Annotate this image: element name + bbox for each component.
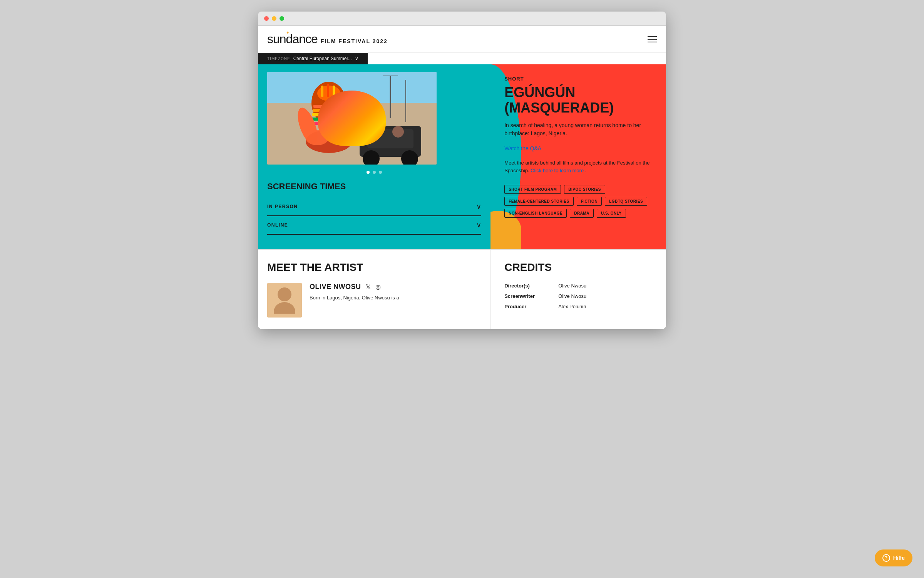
- online-arrow-icon: ∨: [476, 221, 481, 229]
- credits-value-screenwriter: Olive Nwosu: [558, 293, 586, 299]
- artist-bio: Born in Lagos, Nigeria, Olive Nwosu is a: [310, 294, 481, 302]
- tag-non-english[interactable]: NON-ENGLISH LANGUAGE: [504, 209, 567, 218]
- credits-title: CREDITS: [504, 261, 652, 274]
- watch-qa-link[interactable]: Watch the Q&A: [504, 145, 652, 151]
- svg-point-28: [278, 287, 291, 301]
- film-description: In search of healing, a young woman retu…: [504, 121, 651, 138]
- online-accordion-header[interactable]: ONLINE ∨: [267, 221, 481, 229]
- film-title: EGÚNGÚN (MASQUERADE): [504, 85, 652, 115]
- menu-button[interactable]: [648, 36, 657, 42]
- carousel-dot-1[interactable]: [367, 171, 370, 174]
- logo-festival: FILM FESTIVAL 2022: [321, 38, 388, 44]
- in-person-accordion-header[interactable]: IN PERSON ∨: [267, 202, 481, 211]
- svg-rect-30: [267, 314, 302, 318]
- svg-point-26: [392, 126, 404, 138]
- tags-container: SHORT FILM PROGRAM BIPOC STORIES FEMALE-…: [504, 185, 652, 218]
- svg-rect-14: [310, 122, 347, 125]
- svg-rect-6: [367, 129, 413, 148]
- browser-chrome: [258, 12, 666, 26]
- instagram-icon[interactable]: ◎: [375, 283, 381, 291]
- artist-avatar: [267, 283, 302, 318]
- carousel-dot-2[interactable]: [373, 171, 376, 174]
- svg-rect-10: [313, 105, 344, 108]
- tag-drama[interactable]: DRAMA: [570, 209, 594, 218]
- svg-point-24: [319, 115, 338, 121]
- screening-times-title: SCREENING TIMES: [267, 181, 481, 192]
- timezone-bar: TIMEZONE Central European Summer... ∨: [258, 53, 666, 64]
- spaceship-link[interactable]: Click here to learn more: [531, 168, 584, 173]
- svg-rect-11: [313, 109, 345, 112]
- artist-info: OLIVE NWOSU 𝕏 ◎ Born in Lagos, Nigeria, …: [310, 283, 481, 302]
- maximize-button[interactable]: [280, 16, 284, 21]
- hero-left: SCREENING TIMES IN PERSON ∨ ONLINE ∨: [258, 64, 490, 249]
- svg-point-23: [329, 130, 352, 145]
- spaceship-text: Meet the artists behind all films and pr…: [504, 159, 651, 174]
- close-button[interactable]: [264, 16, 269, 21]
- logo-area: sundance FILM FESTIVAL 2022: [267, 32, 388, 46]
- svg-point-20: [336, 105, 364, 147]
- in-person-arrow-icon: ∨: [476, 202, 481, 211]
- twitter-icon[interactable]: 𝕏: [366, 283, 371, 291]
- meet-artist-section: MEET THE ARTIST: [258, 250, 490, 329]
- browser-window: sundance FILM FESTIVAL 2022 TIMEZONE Cen…: [258, 12, 666, 329]
- timezone-value: Central European Summer...: [293, 56, 352, 61]
- hero-right: SHORT EGÚNGÚN (MASQUERADE) In search of …: [490, 64, 666, 249]
- tag-short-film-program[interactable]: SHORT FILM PROGRAM: [504, 185, 561, 194]
- credits-table: Director(s) Olive Nwosu Screenwriter Oli…: [504, 283, 652, 309]
- svg-rect-16: [321, 86, 323, 97]
- timezone-selector[interactable]: TIMEZONE Central European Summer... ∨: [258, 53, 368, 64]
- credits-row-screenwriter: Screenwriter Olive Nwosu: [504, 293, 652, 299]
- hamburger-line-2: [648, 39, 657, 40]
- credits-value-director: Olive Nwosu: [558, 283, 586, 289]
- avatar-svg: [267, 283, 302, 318]
- svg-rect-12: [312, 113, 346, 116]
- credits-row-producer: Producer Alex Polunin: [504, 304, 652, 309]
- avatar-image: [267, 283, 302, 318]
- in-person-label: IN PERSON: [267, 204, 298, 209]
- artist-card: OLIVE NWOSU 𝕏 ◎ Born in Lagos, Nigeria, …: [267, 283, 481, 318]
- online-label: ONLINE: [267, 222, 288, 228]
- svg-point-22: [306, 130, 329, 145]
- credits-value-producer: Alex Polunin: [558, 304, 586, 309]
- tag-female-centered[interactable]: FEMALE-CENTERED STORIES: [504, 197, 573, 206]
- logo-sundance: sundance: [267, 32, 318, 46]
- help-label: Hilfe: [893, 555, 905, 561]
- bottom-section: MEET THE ARTIST: [258, 249, 666, 329]
- svg-rect-17: [327, 84, 329, 97]
- hamburger-line-1: [648, 36, 657, 37]
- in-person-accordion: IN PERSON ∨: [267, 198, 481, 216]
- credits-section: CREDITS Director(s) Olive Nwosu Screenwr…: [490, 250, 666, 329]
- header: sundance FILM FESTIVAL 2022: [258, 26, 666, 53]
- film-image: [267, 72, 437, 165]
- carousel-dots: [267, 171, 481, 174]
- svg-rect-13: [311, 118, 346, 121]
- page: sundance FILM FESTIVAL 2022 TIMEZONE Cen…: [258, 26, 666, 329]
- meet-artist-title: MEET THE ARTIST: [267, 261, 481, 274]
- credits-label-director: Director(s): [504, 283, 551, 289]
- hamburger-line-3: [648, 42, 657, 42]
- spaceship-end: .: [585, 168, 587, 173]
- screening-times-section: SCREENING TIMES IN PERSON ∨ ONLINE ∨: [267, 181, 481, 235]
- tag-bipoc-stories[interactable]: BIPOC STORIES: [564, 185, 605, 194]
- film-category: SHORT: [504, 76, 652, 82]
- timezone-arrow-icon: ∨: [355, 56, 358, 61]
- tag-lgbtq-stories[interactable]: LGBTQ STORIES: [605, 197, 647, 206]
- carousel-dot-3[interactable]: [379, 171, 382, 174]
- tag-fiction[interactable]: FICTION: [577, 197, 602, 206]
- help-icon: ?: [882, 554, 890, 562]
- minimize-button[interactable]: [272, 16, 276, 21]
- hero-section: SCREENING TIMES IN PERSON ∨ ONLINE ∨: [258, 64, 666, 249]
- help-button[interactable]: ? Hilfe: [875, 549, 912, 566]
- online-accordion: ONLINE ∨: [267, 216, 481, 235]
- svg-rect-18: [333, 86, 335, 97]
- credits-label-producer: Producer: [504, 304, 551, 309]
- tag-us-only[interactable]: U.S. ONLY: [597, 209, 626, 218]
- artist-name-row: OLIVE NWOSU 𝕏 ◎: [310, 283, 481, 291]
- artist-name: OLIVE NWOSU: [310, 283, 361, 291]
- credits-row-director: Director(s) Olive Nwosu: [504, 283, 652, 289]
- film-scene-svg: [267, 72, 437, 165]
- timezone-label: TIMEZONE: [267, 57, 290, 61]
- film-image-container: [267, 72, 437, 165]
- credits-label-screenwriter: Screenwriter: [504, 293, 551, 299]
- hero-right-content: SHORT EGÚNGÚN (MASQUERADE) In search of …: [504, 76, 652, 218]
